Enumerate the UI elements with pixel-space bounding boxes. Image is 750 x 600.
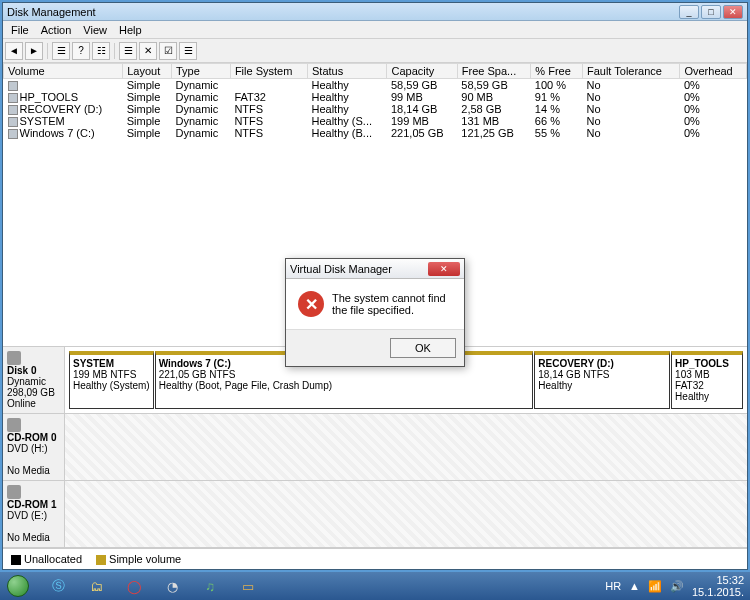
close-button[interactable]: ✕ (723, 5, 743, 19)
column-header[interactable]: Volume (4, 64, 123, 79)
menu-file[interactable]: File (5, 22, 35, 38)
disk-header: CD-ROM 0DVD (H:)No Media (3, 414, 65, 480)
menu-help[interactable]: Help (113, 22, 148, 38)
taskbar-app-icon[interactable]: ▭ (230, 574, 266, 598)
volume-list[interactable]: VolumeLayoutTypeFile SystemStatusCapacit… (3, 63, 747, 139)
column-header[interactable]: Free Spa... (457, 64, 531, 79)
partition[interactable]: SYSTEM199 MB NTFSHealthy (System) (69, 351, 154, 409)
tray-clock[interactable]: 15:32 15.1.2015. (692, 574, 744, 598)
toolbar-button[interactable]: ☰ (179, 42, 197, 60)
ok-button[interactable]: OK (390, 338, 456, 358)
tray-network-icon[interactable]: 📶 (648, 580, 662, 593)
dialog-titlebar[interactable]: Virtual Disk Manager ✕ (286, 259, 464, 279)
titlebar[interactable]: Disk Management _ □ ✕ (3, 3, 747, 21)
toolbar: ◄ ► ☰ ? ☷ ☰ ✕ ☑ ☰ (3, 39, 747, 63)
disk-row[interactable]: CD-ROM 0DVD (H:)No Media (3, 414, 747, 481)
menu-action[interactable]: Action (35, 22, 78, 38)
volume-icon (8, 117, 18, 127)
forward-button[interactable]: ► (25, 42, 43, 60)
dialog-title: Virtual Disk Manager (290, 263, 428, 275)
partition[interactable]: HP_TOOLS103 MB FAT32Healthy (671, 351, 743, 409)
legend-unallocated: Unallocated (11, 553, 82, 565)
volume-icon (8, 105, 18, 115)
taskbar-steam-icon[interactable]: ◔ (154, 574, 190, 598)
volume-icon (8, 93, 18, 103)
partition[interactable]: RECOVERY (D:)18,14 GB NTFSHealthy (534, 351, 670, 409)
error-icon: ✕ (298, 291, 324, 317)
taskbar-spotify-icon[interactable]: ♫ (192, 574, 228, 598)
legend: Unallocated Simple volume (3, 548, 747, 569)
column-header[interactable]: Overhead (680, 64, 747, 79)
dialog-close-button[interactable]: ✕ (428, 262, 460, 276)
dialog-message: The system cannot find the file specifie… (332, 292, 452, 316)
column-header[interactable]: Layout (123, 64, 172, 79)
legend-simple: Simple volume (96, 553, 181, 565)
graphical-view[interactable]: Disk 0Dynamic298,09 GBOnlineSYSTEM199 MB… (3, 346, 747, 548)
disk-header: Disk 0Dynamic298,09 GBOnline (3, 347, 65, 413)
volume-row[interactable]: SYSTEMSimpleDynamicNTFSHealthy (S...199 … (4, 115, 747, 127)
column-header[interactable]: Capacity (387, 64, 457, 79)
volume-row[interactable]: Windows 7 (C:)SimpleDynamicNTFSHealthy (… (4, 127, 747, 139)
menu-view[interactable]: View (77, 22, 113, 38)
system-tray[interactable]: HR ▲ 📶 🔊 15:32 15.1.2015. (599, 574, 750, 598)
column-header[interactable]: File System (230, 64, 307, 79)
menubar: File Action View Help (3, 21, 747, 39)
start-button[interactable] (0, 572, 36, 600)
no-media (65, 414, 747, 480)
disk-icon (7, 351, 21, 365)
volume-icon (8, 81, 18, 91)
volume-row[interactable]: HP_TOOLSSimpleDynamicFAT32Healthy99 MB90… (4, 91, 747, 103)
volume-row[interactable]: SimpleDynamicHealthy58,59 GB58,59 GB100 … (4, 79, 747, 92)
column-header[interactable]: Fault Tolerance (582, 64, 679, 79)
column-header[interactable]: % Free (531, 64, 583, 79)
toolbar-button[interactable]: ☰ (52, 42, 70, 60)
maximize-button[interactable]: □ (701, 5, 721, 19)
minimize-button[interactable]: _ (679, 5, 699, 19)
volume-icon (8, 129, 18, 139)
taskbar-skype-icon[interactable]: Ⓢ (40, 574, 76, 598)
help-icon[interactable]: ? (72, 42, 90, 60)
disk-icon (7, 418, 21, 432)
disk-row[interactable]: CD-ROM 1DVD (E:)No Media (3, 481, 747, 548)
tray-sound-icon[interactable]: 🔊 (670, 580, 684, 593)
delete-icon[interactable]: ✕ (139, 42, 157, 60)
taskbar-opera-icon[interactable]: ◯ (116, 574, 152, 598)
column-header[interactable]: Status (307, 64, 387, 79)
column-header[interactable]: Type (171, 64, 230, 79)
volume-row[interactable]: RECOVERY (D:)SimpleDynamicNTFSHealthy18,… (4, 103, 747, 115)
back-button[interactable]: ◄ (5, 42, 23, 60)
taskbar-explorer-icon[interactable]: 🗂 (78, 574, 114, 598)
tray-flag-icon[interactable]: ▲ (629, 580, 640, 592)
error-dialog: Virtual Disk Manager ✕ ✕ The system cann… (285, 258, 465, 367)
toolbar-button[interactable]: ☷ (92, 42, 110, 60)
tray-lang[interactable]: HR (605, 580, 621, 592)
properties-icon[interactable]: ☑ (159, 42, 177, 60)
disk-header: CD-ROM 1DVD (E:)No Media (3, 481, 65, 547)
no-media (65, 481, 747, 547)
disk-icon (7, 485, 21, 499)
toolbar-button[interactable]: ☰ (119, 42, 137, 60)
window-title: Disk Management (7, 6, 679, 18)
windows-orb-icon (7, 575, 29, 597)
taskbar: Ⓢ 🗂 ◯ ◔ ♫ ▭ HR ▲ 📶 🔊 15:32 15.1.2015. (0, 572, 750, 600)
